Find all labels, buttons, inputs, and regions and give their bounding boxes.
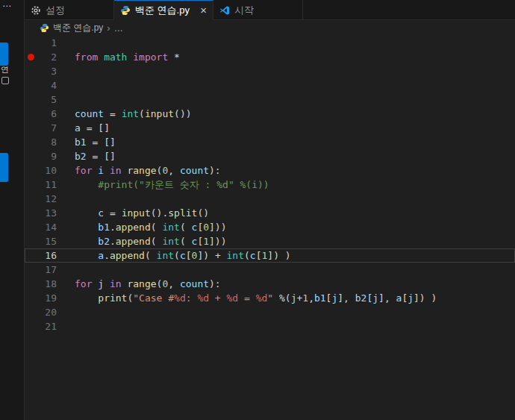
line-gutter[interactable]: 21 <box>25 319 57 333</box>
code-line[interactable]: 16 a.append( int(c[0]) + int(c[1]) ) <box>25 248 515 263</box>
tab-bar-empty-space <box>303 0 515 20</box>
code-token: . <box>110 236 116 247</box>
code-text[interactable]: b2.append( int( c[1])) <box>57 234 227 248</box>
line-gutter[interactable]: 18 <box>25 277 57 291</box>
line-gutter[interactable]: 20 <box>25 305 57 319</box>
code-line[interactable]: 17 <box>25 263 515 277</box>
code-token <box>116 108 122 119</box>
code-line[interactable]: 10for i in range(0, count): <box>25 163 515 178</box>
code-text[interactable]: for i in range(0, count): <box>57 163 221 178</box>
code-text[interactable] <box>57 192 75 206</box>
code-text[interactable]: count = int(input()) <box>57 107 192 121</box>
code-text[interactable] <box>57 93 75 107</box>
code-text[interactable]: a.append( int(c[0]) + int(c[1]) ) <box>57 248 291 263</box>
line-gutter[interactable]: 11 <box>25 178 57 192</box>
code-token: ( <box>139 108 145 119</box>
code-text[interactable]: b1 = [] <box>57 135 116 149</box>
code-text[interactable] <box>57 64 75 78</box>
code-line[interactable]: 2from math import * <box>25 50 515 64</box>
code-token: a <box>75 122 81 134</box>
line-gutter[interactable]: 5 <box>25 93 57 107</box>
line-number: 3 <box>51 66 57 77</box>
line-gutter[interactable]: 17 <box>25 263 57 277</box>
code-line[interactable]: 12 <box>25 192 515 206</box>
line-number: 10 <box>45 165 57 176</box>
line-gutter[interactable]: 16 <box>25 248 57 263</box>
code-line[interactable]: 8b1 = [] <box>25 135 515 149</box>
code-token <box>75 222 98 233</box>
close-tab-icon[interactable]: × <box>200 4 207 16</box>
code-token: [ <box>256 250 262 261</box>
line-gutter[interactable]: 12 <box>25 192 57 206</box>
line-gutter[interactable]: 9 <box>25 149 57 163</box>
code-text[interactable]: c = input().split() <box>57 206 209 220</box>
code-text[interactable]: from math import * <box>57 50 180 64</box>
editor-code[interactable]: 12from math import *3456count = int(inpu… <box>25 36 515 420</box>
tab-settings[interactable]: 설정 <box>25 0 114 20</box>
code-text[interactable]: b1.append( int( c[0])) <box>57 220 227 234</box>
code-line[interactable]: 7a = [] <box>25 121 515 135</box>
code-text[interactable] <box>57 305 75 319</box>
code-text[interactable] <box>57 36 75 50</box>
code-line[interactable]: 3 <box>25 64 515 78</box>
code-line[interactable]: 15 b2.append( int( c[1])) <box>25 234 515 248</box>
code-text[interactable]: print("Case #%d: %d + %d = %d" %(j+1,b1[… <box>57 291 437 305</box>
code-line[interactable]: 20 <box>25 305 515 319</box>
code-token: int <box>162 236 179 247</box>
code-token <box>104 207 110 219</box>
tab-welcome[interactable]: 시작 <box>213 0 303 20</box>
tab-baekjoon-file[interactable]: 백준 연습.py × <box>114 0 213 20</box>
code-token: [] <box>98 137 115 148</box>
line-gutter[interactable]: 7 <box>25 121 57 135</box>
editor-group: 설정 백준 연습.py × 시작 <box>25 0 515 420</box>
code-token: math <box>104 51 127 63</box>
code-text[interactable] <box>57 263 75 277</box>
code-line[interactable]: 6count = int(input()) <box>25 107 515 121</box>
code-token: , <box>168 165 180 176</box>
code-text[interactable]: for j in range(0, count): <box>57 277 221 291</box>
line-number: 6 <box>51 108 57 119</box>
code-line[interactable]: 18for j in range(0, count): <box>25 277 515 291</box>
code-token: count <box>180 165 209 176</box>
line-gutter[interactable]: 2 <box>25 50 57 64</box>
code-line[interactable]: 19 print("Case #%d: %d + %d = %d" %(j+1,… <box>25 291 515 305</box>
line-gutter[interactable]: 15 <box>25 234 57 248</box>
sidebar-accent-block[interactable] <box>0 43 8 66</box>
line-gutter[interactable]: 13 <box>25 206 57 220</box>
python-file-icon <box>120 5 131 16</box>
code-line[interactable]: 4 <box>25 78 515 93</box>
code-text[interactable] <box>57 78 75 93</box>
code-text[interactable]: #print("카운트 숫자 : %d" %(i)) <box>57 178 269 192</box>
code-token: #print("카운트 숫자 : %d" %(i)) <box>75 179 269 190</box>
code-line[interactable]: 14 b1.append( int( c[0])) <box>25 220 515 234</box>
line-gutter[interactable]: 14 <box>25 220 57 234</box>
overflow-menu-icon[interactable]: ⋯ <box>0 0 24 11</box>
tab-label: 설정 <box>46 4 65 17</box>
code-text[interactable]: b2 = [] <box>57 149 116 163</box>
code-line[interactable]: 9b2 = [] <box>25 149 515 163</box>
line-gutter[interactable]: 19 <box>25 291 57 305</box>
code-text[interactable] <box>57 319 75 333</box>
line-gutter[interactable]: 10 <box>25 163 57 178</box>
code-line[interactable]: 5 <box>25 93 515 107</box>
line-number: 2 <box>51 51 57 63</box>
breadcrumb-ellipsis[interactable]: … <box>114 23 123 34</box>
code-token: append <box>116 236 151 247</box>
code-token: ])) <box>209 222 226 233</box>
code-token: ( <box>285 292 291 304</box>
line-gutter[interactable]: 1 <box>25 36 57 50</box>
code-line[interactable]: 21 <box>25 319 515 333</box>
code-token: 0 <box>203 222 209 233</box>
sidebar-accent-block[interactable] <box>0 153 8 182</box>
line-gutter[interactable]: 4 <box>25 78 57 93</box>
code-line[interactable]: 11 #print("카운트 숫자 : %d" %(i)) <box>25 178 515 192</box>
line-gutter[interactable]: 3 <box>25 64 57 78</box>
line-gutter[interactable]: 6 <box>25 107 57 121</box>
line-number: 4 <box>51 80 57 91</box>
code-text[interactable]: a = [] <box>57 121 110 135</box>
breakpoint-dot[interactable] <box>28 54 34 60</box>
code-line[interactable]: 13 c = input().split() <box>25 206 515 220</box>
breadcrumb-file[interactable]: 백준 연습.py <box>53 22 103 34</box>
line-gutter[interactable]: 8 <box>25 135 57 149</box>
code-line[interactable]: 1 <box>25 36 515 50</box>
